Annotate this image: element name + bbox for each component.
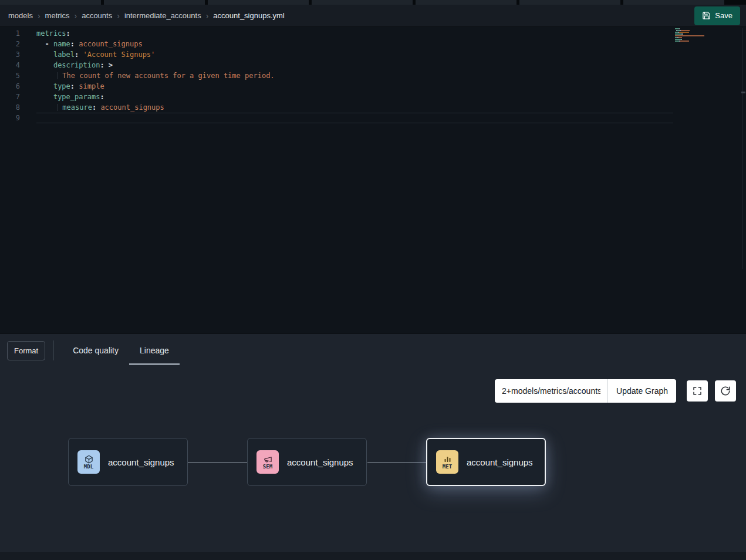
tab-lineage[interactable]: Lineage bbox=[129, 334, 180, 367]
scrollbar-mark bbox=[741, 92, 745, 93]
panel-tab-row: Format Code qualityLineage bbox=[0, 334, 746, 367]
chevron-right-icon: › bbox=[74, 11, 77, 21]
editor-line: 3 label: 'Account Signups' bbox=[0, 49, 746, 60]
minimap[interactable] bbox=[675, 28, 710, 44]
format-button[interactable]: Format bbox=[7, 341, 45, 360]
top-tab bbox=[208, 0, 309, 5]
line-number: 4 bbox=[0, 60, 20, 70]
editor-line: 6 type: simple bbox=[0, 81, 746, 92]
editor-line: 9 bbox=[0, 113, 746, 123]
fullscreen-button[interactable] bbox=[687, 380, 708, 402]
top-tab bbox=[416, 0, 517, 5]
code-line: type: simple bbox=[36, 81, 673, 92]
refresh-button[interactable] bbox=[715, 380, 736, 402]
code-line: label: 'Account Signups' bbox=[36, 49, 673, 60]
line-number: 8 bbox=[0, 102, 20, 113]
breadcrumb-item[interactable]: models bbox=[8, 11, 33, 20]
code-line: metrics: bbox=[36, 28, 673, 39]
chevron-right-icon: › bbox=[206, 11, 209, 21]
breadcrumb: models›metrics›accounts›intermediate_acc… bbox=[8, 11, 694, 21]
code-line: The count of new accounts for a given ti… bbox=[36, 70, 673, 81]
breadcrumb-item[interactable]: intermediate_accounts bbox=[124, 11, 201, 20]
lineage-selector-group: Update Graph bbox=[495, 379, 676, 403]
scrollbar-track[interactable] bbox=[742, 28, 742, 269]
editor-lines: 1metrics:2 - name: account_signups3 labe… bbox=[0, 28, 746, 123]
breadcrumb-bar: models›metrics›accounts›intermediate_acc… bbox=[0, 5, 746, 27]
fullscreen-icon bbox=[692, 386, 703, 396]
code-line: description: > bbox=[36, 60, 673, 70]
node-label: account_signups bbox=[108, 457, 174, 467]
lineage-controls: Update Graph bbox=[495, 379, 736, 403]
breadcrumb-item[interactable]: account_signups.yml bbox=[213, 11, 284, 20]
top-tab bbox=[104, 0, 205, 5]
lineage-node-sem[interactable]: SEMaccount_signups bbox=[247, 438, 367, 486]
line-number: 1 bbox=[0, 28, 20, 39]
lineage-canvas: MDLaccount_signupsSEMaccount_signupsMETa… bbox=[0, 334, 746, 560]
code-line: - name: account_signups bbox=[36, 39, 673, 49]
lineage-edge bbox=[188, 462, 247, 463]
line-number: 2 bbox=[0, 39, 20, 49]
breadcrumb-item[interactable]: metrics bbox=[45, 11, 70, 20]
cube-icon: MDL bbox=[77, 450, 100, 474]
node-label: account_signups bbox=[467, 457, 533, 467]
code-editor[interactable]: 1metrics:2 - name: account_signups3 labe… bbox=[0, 27, 746, 333]
save-button-label: Save bbox=[715, 11, 733, 20]
top-tab bbox=[519, 0, 620, 5]
save-icon bbox=[702, 11, 711, 20]
editor-line: 2 - name: account_signups bbox=[0, 39, 746, 49]
update-graph-button[interactable]: Update Graph bbox=[607, 379, 676, 403]
code-line bbox=[36, 113, 673, 123]
node-type-badge: SEM bbox=[263, 464, 272, 470]
editor-line: 1metrics: bbox=[0, 28, 746, 39]
chevron-right-icon: › bbox=[117, 11, 120, 21]
code-line: type_params: bbox=[36, 92, 673, 102]
line-number: 5 bbox=[0, 70, 20, 81]
editor-line: 4 description: > bbox=[0, 60, 746, 70]
chevron-right-icon: › bbox=[38, 11, 40, 21]
lineage-selector-input[interactable] bbox=[495, 379, 607, 403]
line-number: 6 bbox=[0, 81, 20, 92]
lineage-edge bbox=[367, 462, 426, 463]
editor-line: 5 The count of new accounts for a given … bbox=[0, 70, 746, 81]
editor-line: 8 measure: account_signups bbox=[0, 102, 746, 113]
divider bbox=[53, 340, 54, 360]
refresh-icon bbox=[720, 386, 731, 396]
lineage-node-mdl[interactable]: MDLaccount_signups bbox=[68, 438, 188, 486]
line-number: 9 bbox=[0, 113, 20, 123]
node-type-badge: MET bbox=[443, 464, 452, 470]
node-type-badge: MDL bbox=[84, 464, 93, 470]
top-tab bbox=[623, 0, 724, 5]
node-label: account_signups bbox=[287, 457, 353, 467]
top-tab bbox=[312, 0, 413, 5]
line-number: 3 bbox=[0, 49, 20, 60]
top-tab bbox=[0, 0, 101, 5]
code-line: measure: account_signups bbox=[36, 102, 673, 113]
top-tab-strip bbox=[0, 0, 746, 5]
status-strip bbox=[0, 552, 746, 560]
line-number: 7 bbox=[0, 92, 20, 102]
bar-chart-icon: MET bbox=[436, 450, 458, 474]
editor-line: 7 type_params: bbox=[0, 92, 746, 102]
save-button[interactable]: Save bbox=[694, 6, 740, 25]
megaphone-icon: SEM bbox=[256, 450, 279, 474]
bottom-panel: Format Code qualityLineage Update Graph … bbox=[0, 333, 746, 560]
panel-tab-list: Code qualityLineage bbox=[62, 334, 180, 367]
lineage-node-met[interactable]: METaccount_signups bbox=[426, 438, 546, 486]
tab-code-quality[interactable]: Code quality bbox=[62, 334, 129, 367]
breadcrumb-item[interactable]: accounts bbox=[82, 11, 112, 20]
